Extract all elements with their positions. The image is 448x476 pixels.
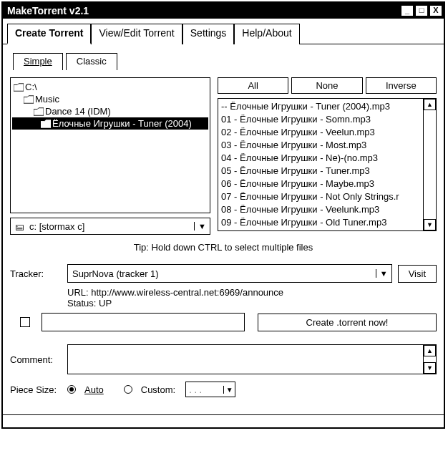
app-window: MakeTorrent v2.1 _ □ X Create Torrent Vi… — [1, 1, 445, 429]
output-path-input[interactable] — [42, 313, 245, 331]
tracker-label: Tracker: — [10, 268, 62, 279]
tip-text: Tip: Hold down CTRL to select multiple f… — [10, 242, 437, 253]
chevron-down-icon[interactable]: ▼ — [223, 386, 235, 394]
file-row[interactable]: -- Ёлочные Игрушки - Tuner (2004).mp3 — [221, 100, 420, 113]
drive-selector[interactable]: 🖴 c: [stormax c] ▼ — [10, 218, 210, 235]
tree-label: C:\ — [25, 82, 37, 92]
scroll-down-icon[interactable]: ▼ — [424, 219, 436, 230]
piece-custom-label[interactable]: Custom: — [141, 384, 175, 395]
file-row[interactable]: 06 - Ёлочные Игрушки - Maybe.mp3 — [221, 178, 420, 190]
tree-node-selected[interactable]: Ёлочные Игрушки - Tuner (2004) — [12, 117, 208, 130]
chevron-down-icon[interactable]: ▼ — [194, 222, 210, 230]
tree-node-root[interactable]: C:\ — [12, 81, 208, 93]
unknown-checkbox[interactable] — [20, 317, 30, 327]
piece-custom-dropdown[interactable]: . . . ▼ — [185, 382, 235, 397]
tracker-value: SuprNova (tracker 1) — [68, 268, 376, 279]
folder-tree[interactable]: C:\ Music Dance 14 (IDM) — [10, 77, 210, 213]
select-all-button[interactable]: All — [218, 77, 288, 94]
drive-label: c: [stormax c] — [28, 221, 194, 232]
titlebar: MakeTorrent v2.1 _ □ X — [3, 3, 444, 19]
subtab-classic[interactable]: Classic — [66, 53, 117, 70]
tree-label: Dance 14 (IDM) — [45, 106, 111, 117]
subtab-simple[interactable]: Simple — [13, 53, 63, 70]
tree-label: Ёлочные Игрушки - Tuner (2004) — [52, 118, 192, 129]
file-row[interactable]: 07 - Ёлочные Игрушки - Not Only Strings.… — [221, 190, 420, 203]
scroll-down-icon[interactable]: ▼ — [424, 362, 436, 374]
select-none-button[interactable]: None — [291, 77, 362, 94]
tab-view-edit-torrent[interactable]: View/Edit Torrent — [91, 24, 182, 44]
window-title: MakeTorrent v2.1 — [4, 5, 401, 16]
tracker-dropdown[interactable]: SuprNova (tracker 1) ▼ — [67, 264, 392, 283]
comment-textarea[interactable]: ▲ ▼ — [67, 344, 437, 374]
drive-icon: 🖴 — [11, 221, 28, 232]
file-row[interactable]: 09 - Ёлочные Игрушки - Old Tuner.mp3 — [221, 216, 420, 229]
folder-open-icon — [12, 82, 25, 92]
file-row[interactable]: 02 - Ёлочные Игрушки - Veelun.mp3 — [221, 126, 420, 139]
tab-create-torrent[interactable]: Create Torrent — [7, 24, 91, 44]
folder-icon — [39, 119, 52, 129]
maximize-button[interactable]: □ — [415, 5, 428, 16]
tree-node-music[interactable]: Music — [12, 93, 208, 105]
minimize-button[interactable]: _ — [401, 5, 414, 16]
file-row[interactable]: 05 - Ёлочные Игрушки - Tuner.mp3 — [221, 165, 420, 178]
tab-help-about[interactable]: Help/About — [234, 24, 299, 44]
file-row[interactable]: 04 - Ёлочные Игрушки - Ne)-(no.mp3 — [221, 152, 420, 165]
main-tabs: Create Torrent View/Edit Torrent Setting… — [3, 20, 444, 44]
tree-label: Music — [35, 94, 59, 105]
file-list-scrollbar[interactable]: ▲ ▼ — [423, 99, 436, 230]
file-row[interactable]: 01 - Ёлочные Игрушки - Somn.mp3 — [221, 113, 420, 126]
file-row[interactable]: 03 - Ёлочные Игрушки - Most.mp3 — [221, 139, 420, 152]
tab-settings[interactable]: Settings — [182, 24, 235, 44]
tracker-status: Status: UP — [67, 298, 437, 309]
tree-node-dance[interactable]: Dance 14 (IDM) — [12, 105, 208, 117]
scroll-up-icon[interactable]: ▲ — [424, 345, 436, 356]
select-inverse-button[interactable]: Inverse — [366, 77, 437, 94]
piece-custom-radio[interactable] — [124, 385, 132, 394]
piece-size-label: Piece Size: — [10, 384, 62, 395]
comment-label: Comment: — [10, 354, 62, 365]
file-list[interactable]: -- Ёлочные Игрушки - Tuner (2004).mp3 01… — [218, 98, 437, 231]
create-torrent-button[interactable]: Create .torrent now! — [258, 314, 437, 331]
piece-auto-radio[interactable] — [67, 385, 76, 394]
piece-auto-label[interactable]: Auto — [84, 384, 104, 395]
close-button[interactable]: X — [429, 5, 442, 16]
folder-open-icon — [22, 94, 35, 105]
sub-tabs: Simple Classic — [10, 50, 437, 70]
file-row[interactable]: 08 - Ёлочные Игрушки - Veelunk.mp3 — [221, 203, 420, 216]
chevron-down-icon[interactable]: ▼ — [376, 269, 391, 278]
statusbar — [3, 414, 444, 427]
scroll-track[interactable] — [424, 110, 436, 219]
visit-button[interactable]: Visit — [398, 265, 437, 283]
scroll-up-icon[interactable]: ▲ — [424, 99, 436, 110]
folder-open-icon — [32, 107, 45, 117]
tracker-url: URL: http://www.wireless-central.net:696… — [67, 287, 437, 298]
